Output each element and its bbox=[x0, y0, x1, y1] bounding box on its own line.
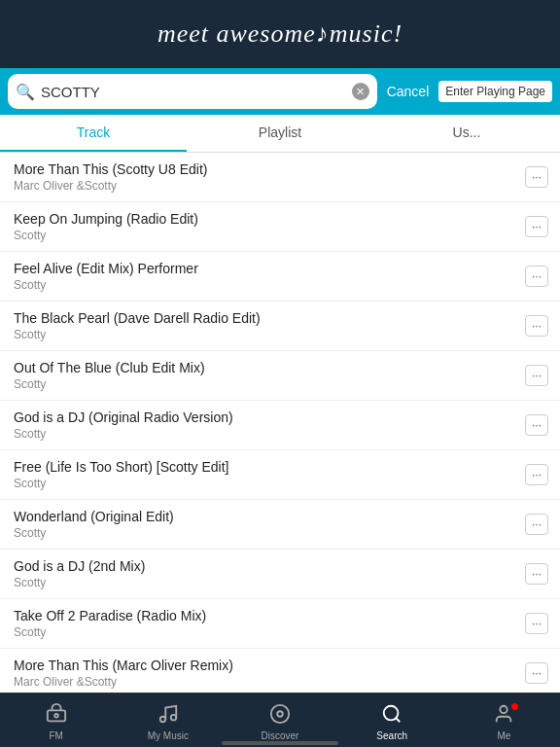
app-header: meet awesome♪music! bbox=[0, 0, 560, 68]
bottom-tab-label-discover: Discover bbox=[262, 730, 299, 741]
svg-point-7 bbox=[384, 706, 399, 721]
track-artist-1: Scotty bbox=[14, 229, 525, 242]
track-artist-5: Scotty bbox=[14, 427, 525, 441]
bottom-tab-mymusic[interactable]: My Music bbox=[112, 699, 224, 741]
track-more-button-1[interactable]: ··· bbox=[525, 216, 548, 237]
svg-point-5 bbox=[271, 705, 289, 723]
track-info-8: God is a DJ (2nd Mix)Scotty bbox=[14, 558, 525, 589]
track-item-2: Feel Alive (Edit Mix) PerformerScotty··· bbox=[0, 252, 560, 302]
svg-rect-0 bbox=[47, 710, 64, 721]
track-info-9: Take Off 2 Paradise (Radio Mix)Scotty bbox=[14, 608, 525, 639]
track-info-10: More Than This (Marc Oliver Remix)Marc O… bbox=[14, 658, 525, 689]
bottom-tab-fm[interactable]: FM bbox=[0, 699, 112, 741]
bottom-tab-label-mymusic: My Music bbox=[148, 730, 189, 741]
search-input[interactable] bbox=[41, 84, 352, 100]
track-more-button-5[interactable]: ··· bbox=[525, 414, 548, 436]
track-info-2: Feel Alive (Edit Mix) PerformerScotty bbox=[14, 261, 525, 292]
track-name-10: More Than This (Marc Oliver Remix) bbox=[14, 658, 525, 673]
track-info-7: Wonderland (Original Edit)Scotty bbox=[14, 509, 525, 540]
track-info-5: God is a DJ (Original Radio Version)Scot… bbox=[14, 409, 525, 441]
track-more-button-0[interactable]: ··· bbox=[525, 166, 548, 188]
track-info-0: More Than This (Scotty U8 Edit)Marc Oliv… bbox=[14, 161, 525, 193]
track-item-4: Out Of The Blue (Club Edit Mix)Scotty··· bbox=[0, 351, 560, 401]
bottom-tab-me[interactable]: Me bbox=[448, 699, 560, 741]
clear-search-button[interactable]: ✕ bbox=[352, 83, 369, 100]
track-item-0: More Than This (Scotty U8 Edit)Marc Oliv… bbox=[0, 153, 560, 202]
discover-icon bbox=[269, 703, 291, 728]
tab-playlist[interactable]: Playlist bbox=[187, 115, 373, 152]
track-artist-0: Marc Oliver &Scotty bbox=[14, 179, 525, 193]
bottom-tab-label-search: Search bbox=[376, 730, 407, 741]
search-icon: 🔍 bbox=[16, 83, 35, 101]
music-note-icon: ♪ bbox=[316, 19, 330, 48]
enter-playing-button[interactable]: Enter Playing Page bbox=[438, 81, 552, 102]
cancel-search-button[interactable]: Cancel bbox=[383, 84, 434, 99]
bottom-tab-search[interactable]: Search bbox=[336, 699, 448, 741]
search-icon bbox=[381, 703, 402, 728]
track-name-3: The Black Pearl (Dave Darell Radio Edit) bbox=[14, 310, 525, 326]
track-item-3: The Black Pearl (Dave Darell Radio Edit)… bbox=[0, 302, 560, 351]
app-title: meet awesome♪music! bbox=[158, 19, 402, 49]
track-more-button-9[interactable]: ··· bbox=[525, 613, 548, 634]
track-name-7: Wonderland (Original Edit) bbox=[14, 509, 525, 524]
track-item-1: Keep On Jumping (Radio Edit)Scotty··· bbox=[0, 202, 560, 252]
track-more-button-4[interactable]: ··· bbox=[525, 365, 548, 386]
track-name-0: More Than This (Scotty U8 Edit) bbox=[14, 161, 525, 177]
svg-line-8 bbox=[396, 718, 400, 722]
track-artist-6: Scotty bbox=[14, 477, 525, 490]
tab-track[interactable]: Track bbox=[0, 115, 187, 152]
track-item-10: More Than This (Marc Oliver Remix)Marc O… bbox=[0, 649, 560, 689]
track-artist-4: Scotty bbox=[14, 377, 525, 391]
track-item-9: Take Off 2 Paradise (Radio Mix)Scotty··· bbox=[0, 599, 560, 649]
track-name-1: Keep On Jumping (Radio Edit) bbox=[14, 211, 525, 227]
track-more-button-6[interactable]: ··· bbox=[525, 464, 548, 485]
track-name-5: God is a DJ (Original Radio Version) bbox=[14, 409, 525, 425]
svg-point-3 bbox=[160, 717, 166, 723]
search-tabs: Track Playlist Us... bbox=[0, 115, 560, 153]
track-artist-9: Scotty bbox=[14, 625, 525, 639]
track-name-6: Free (Life Is Too Short) [Scotty Edit] bbox=[14, 459, 525, 475]
track-name-8: God is a DJ (2nd Mix) bbox=[14, 558, 525, 574]
svg-point-1 bbox=[54, 714, 58, 718]
track-more-button-7[interactable]: ··· bbox=[525, 514, 548, 535]
track-item-5: God is a DJ (Original Radio Version)Scot… bbox=[0, 401, 560, 450]
track-artist-8: Scotty bbox=[14, 576, 525, 589]
bottom-tab-label-fm: FM bbox=[49, 730, 62, 741]
me-icon bbox=[493, 703, 514, 728]
track-artist-7: Scotty bbox=[14, 526, 525, 540]
svg-point-4 bbox=[171, 715, 177, 721]
track-more-button-8[interactable]: ··· bbox=[525, 563, 548, 585]
track-more-button-3[interactable]: ··· bbox=[525, 315, 548, 337]
track-item-8: God is a DJ (2nd Mix)Scotty··· bbox=[0, 550, 560, 599]
tab-user[interactable]: Us... bbox=[373, 115, 560, 152]
track-more-button-10[interactable]: ··· bbox=[525, 662, 548, 684]
bottom-tab-label-me: Me bbox=[497, 730, 510, 741]
mymusic-icon bbox=[158, 703, 179, 728]
track-item-7: Wonderland (Original Edit)Scotty··· bbox=[0, 500, 560, 550]
bottom-tab-bar: FMMy MusicDiscoverSearchMe bbox=[0, 693, 560, 747]
drag-handle bbox=[222, 741, 338, 745]
track-list: More Than This (Scotty U8 Edit)Marc Oliv… bbox=[0, 153, 560, 689]
fm-icon bbox=[46, 703, 67, 728]
svg-point-6 bbox=[277, 711, 283, 717]
track-name-9: Take Off 2 Paradise (Radio Mix) bbox=[14, 608, 525, 623]
track-info-4: Out Of The Blue (Club Edit Mix)Scotty bbox=[14, 360, 525, 391]
track-more-button-2[interactable]: ··· bbox=[525, 266, 548, 287]
search-bar-row: 🔍 ✕ Cancel Enter Playing Page bbox=[0, 68, 560, 115]
svg-point-9 bbox=[501, 706, 508, 713]
track-item-6: Free (Life Is Too Short) [Scotty Edit]Sc… bbox=[0, 450, 560, 500]
track-info-6: Free (Life Is Too Short) [Scotty Edit]Sc… bbox=[14, 459, 525, 490]
track-artist-10: Marc Oliver &Scotty bbox=[14, 675, 525, 689]
track-artist-3: Scotty bbox=[14, 328, 525, 341]
track-name-4: Out Of The Blue (Club Edit Mix) bbox=[14, 360, 525, 375]
track-name-2: Feel Alive (Edit Mix) Performer bbox=[14, 261, 525, 276]
track-info-3: The Black Pearl (Dave Darell Radio Edit)… bbox=[14, 310, 525, 341]
track-info-1: Keep On Jumping (Radio Edit)Scotty bbox=[14, 211, 525, 242]
track-artist-2: Scotty bbox=[14, 278, 525, 292]
search-input-container: 🔍 ✕ bbox=[8, 74, 377, 109]
bottom-tab-discover[interactable]: Discover bbox=[224, 699, 335, 741]
